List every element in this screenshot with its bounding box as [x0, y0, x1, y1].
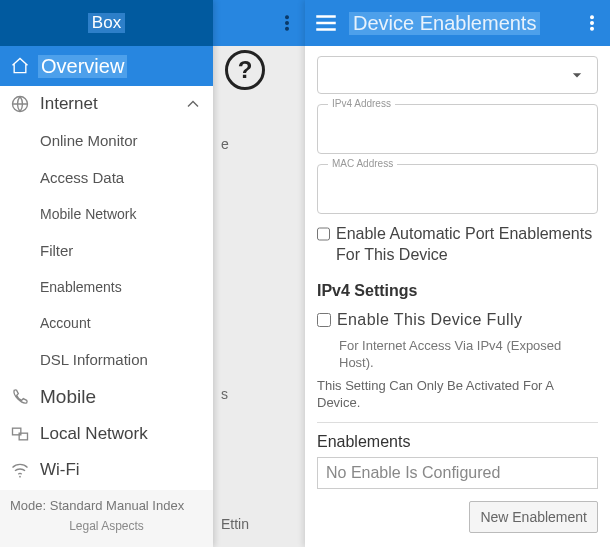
- sidebar-item-overview[interactable]: Overview: [0, 46, 213, 86]
- sidebar-item-local-network[interactable]: Local Network: [0, 416, 213, 452]
- mid-frag1: e: [213, 106, 305, 156]
- panel-title: Device Enablements: [349, 12, 540, 35]
- device-dropdown[interactable]: [317, 56, 598, 94]
- checkbox-auto-port-input[interactable]: [317, 227, 330, 241]
- checkbox-enable-fully[interactable]: Enable This Device Fully: [317, 310, 598, 331]
- svg-point-6: [286, 28, 289, 31]
- sidebar-sub-mobile-network[interactable]: Mobile Network: [0, 196, 213, 232]
- svg-point-9: [591, 28, 594, 31]
- ipv4-address-field[interactable]: IPv4 Address: [317, 104, 598, 154]
- hint-one-device: This Setting Can Only Be Activated For A…: [317, 378, 598, 412]
- checkbox-auto-port-label: Enable Automatic Port Enablements For Th…: [336, 224, 598, 266]
- internet-label: Internet: [40, 94, 98, 114]
- sidebar: Box Overview Internet Online Monitor Acc…: [0, 0, 213, 547]
- home-icon: [10, 56, 30, 76]
- hamburger-icon[interactable]: [313, 10, 339, 36]
- hint-exposed-host: For Internet Access Via IPv4 (Exposed Ho…: [317, 338, 598, 372]
- sidebar-item-internet[interactable]: Internet: [0, 86, 213, 122]
- kebab-menu-icon[interactable]: [277, 13, 297, 33]
- network-icon: [10, 424, 30, 444]
- checkbox-enable-fully-label: Enable This Device Fully: [337, 310, 522, 331]
- enablements-empty: No Enable Is Configured: [326, 464, 500, 481]
- brand-label: Box: [88, 13, 125, 33]
- help-icon[interactable]: ?: [225, 50, 265, 90]
- section-ipv4-settings: IPv4 Settings: [317, 282, 598, 300]
- mac-label: MAC Address: [328, 158, 397, 169]
- phone-icon: [10, 387, 30, 407]
- overview-label: Overview: [38, 55, 127, 78]
- svg-point-7: [591, 16, 594, 19]
- section-enablements: Enablements: [317, 433, 598, 451]
- panel-header: Device Enablements: [305, 0, 610, 46]
- sidebar-sub-dsl-information[interactable]: DSL Information: [0, 341, 213, 378]
- sidebar-sub-online-monitor[interactable]: Online Monitor: [0, 122, 213, 159]
- ipv4-label: IPv4 Address: [328, 98, 395, 109]
- new-enablement-button[interactable]: New Enablement: [469, 501, 598, 533]
- caret-down-icon: [567, 65, 587, 85]
- mac-address-field[interactable]: MAC Address: [317, 164, 598, 214]
- middle-top-bar: [213, 0, 305, 46]
- mobile-label: Mobile: [40, 386, 96, 408]
- sidebar-sub-access-data[interactable]: Access Data: [0, 159, 213, 196]
- sidebar-brand-header: Box: [0, 0, 213, 46]
- panel-device-enablements: Device Enablements IPv4 Address MAC Addr…: [305, 0, 610, 547]
- svg-point-4: [286, 16, 289, 19]
- ipv4-input[interactable]: [318, 105, 597, 145]
- chevron-up-icon: [183, 94, 203, 114]
- sidebar-sub-account[interactable]: Account: [0, 305, 213, 341]
- svg-point-3: [19, 476, 21, 478]
- localnet-label: Local Network: [40, 424, 148, 444]
- globe-icon: [10, 94, 30, 114]
- svg-point-8: [591, 22, 594, 25]
- sidebar-item-wifi[interactable]: Wi-Fi: [0, 452, 213, 488]
- sidebar-sub-enablements[interactable]: Enablements: [0, 269, 213, 305]
- panel-body: IPv4 Address MAC Address Enable Automati…: [305, 46, 610, 491]
- mid-frag2: s: [213, 356, 305, 406]
- wifi-label: Wi-Fi: [40, 460, 80, 480]
- enablements-list: No Enable Is Configured: [317, 457, 598, 489]
- footer-mode: Mode: Standard Manual Index: [10, 498, 203, 513]
- wifi-icon: [10, 460, 30, 480]
- kebab-menu-icon[interactable]: [582, 13, 602, 33]
- sidebar-item-mobile[interactable]: Mobile: [0, 378, 213, 416]
- checkbox-auto-port[interactable]: Enable Automatic Port Enablements For Th…: [317, 224, 598, 266]
- panel-footer: New Enablement: [305, 491, 610, 547]
- sidebar-sub-filter[interactable]: Filter: [0, 232, 213, 269]
- sidebar-footer: Mode: Standard Manual Index Legal Aspect…: [0, 490, 213, 547]
- footer-legal-link[interactable]: Legal Aspects: [10, 519, 203, 533]
- divider: [317, 422, 598, 423]
- checkbox-enable-fully-input[interactable]: [317, 313, 331, 327]
- svg-point-5: [286, 22, 289, 25]
- mac-input[interactable]: [318, 165, 597, 205]
- mid-frag3: Ettin: [213, 486, 305, 536]
